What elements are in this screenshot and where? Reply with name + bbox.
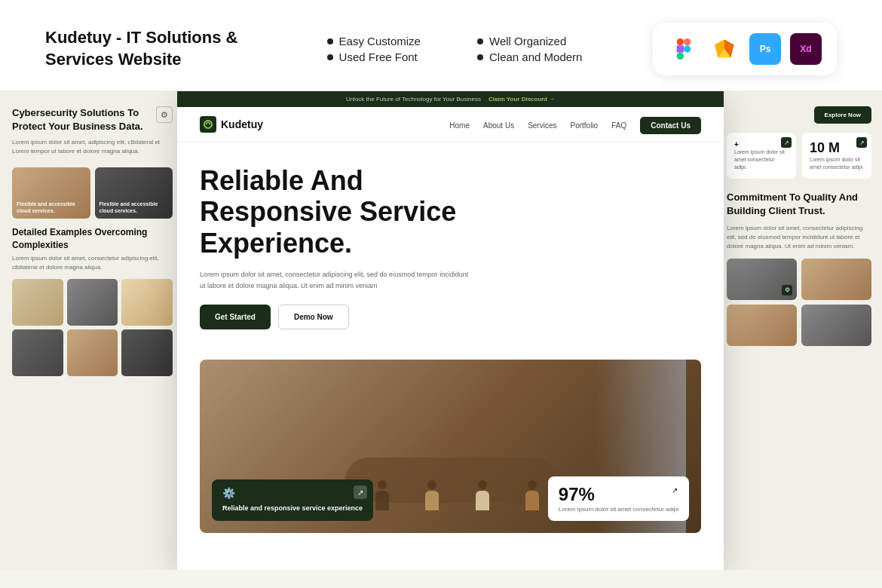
nav-faq[interactable]: FAQ: [611, 118, 626, 131]
commitment-title: Commitment To Quality And Building Clien…: [727, 191, 871, 218]
person-6: [525, 480, 539, 510]
commitment-desc: Lorem ipsum dolor sit amet, consectetur …: [727, 224, 871, 251]
stat-number: 97%: [559, 484, 678, 505]
main-area: ⚙ Cybersecurity Solutions To Protect You…: [0, 91, 882, 570]
nav-home[interactable]: Home: [449, 118, 470, 131]
right-image-2: [801, 259, 871, 300]
hero-title: Reliable And Responsive Service Experien…: [200, 165, 516, 259]
settings-dot-1: ⚙: [782, 285, 792, 296]
svg-point-3: [684, 45, 691, 52]
hero-description: Lorem ipsum dolor sit amet, consectetur …: [200, 269, 471, 291]
hero-image: ⚙️ Reliable and responsive service exper…: [200, 360, 701, 533]
image-label-1: Flexible and accessible cloud services.: [17, 201, 86, 214]
service-desc: Lorem ipsum dolor sit amet, adipiscing e…: [12, 138, 173, 155]
svg-rect-0: [677, 38, 684, 45]
stat-left-arrow[interactable]: ↗: [354, 485, 367, 499]
announcement-text: Unlock the Future of Technology for Your…: [346, 96, 481, 103]
person-4: [425, 480, 439, 510]
announcement-cta[interactable]: Claim Your Discount →: [488, 96, 555, 103]
brand-title: Kudetuy - IT Solutions & Services Websit…: [45, 27, 256, 70]
right-image-3: [727, 305, 797, 346]
gallery-image-3: [121, 279, 173, 326]
commitment-section: Commitment To Quality And Building Clien…: [727, 191, 871, 346]
nav-services[interactable]: Services: [528, 118, 556, 131]
feature-item-3: Used Free Font: [327, 51, 432, 63]
person-5: [476, 480, 489, 510]
gallery-image-5: [67, 329, 118, 376]
mini-stat-1: ↗ + Lorem ipsum dolor sit amet consectet…: [727, 133, 796, 179]
tools-badge: Ps Xd: [653, 23, 837, 75]
bullet-icon: [327, 38, 333, 44]
site-navbar: Kudetuy Home About Us Services Portfolio…: [177, 107, 724, 142]
mini-stat-arrow-2[interactable]: ↗: [856, 137, 867, 148]
service-title: Cybersecurity Solutions To Protect Your …: [12, 106, 173, 133]
gallery-image-1: [12, 279, 63, 326]
right-panel-top: Explore Now ↗ + Lorem ipsum dolor sit am…: [727, 106, 871, 179]
stat-desc: Lorem ipsum dolor sit amet consectetur a…: [559, 505, 678, 513]
bullet-icon: [477, 38, 483, 44]
left-image-grid: Flexible and accessible cloud services. …: [12, 167, 173, 219]
feature-item-2: Well Organized: [477, 35, 582, 47]
gear-icon: ⚙️: [222, 487, 363, 499]
demo-now-button[interactable]: Demo Now: [278, 305, 349, 329]
figma-icon: [668, 33, 700, 65]
settings-icon: ⚙: [156, 106, 173, 123]
right-image-4: [801, 305, 871, 346]
left-panel: ⚙ Cybersecurity Solutions To Protect You…: [0, 91, 185, 570]
nav-portfolio[interactable]: Portfolio: [571, 118, 599, 131]
feature-item-4: Clean and Modern: [477, 51, 582, 63]
stat-right-arrow[interactable]: ↗: [668, 484, 681, 498]
bullet-icon: [327, 54, 333, 60]
explore-now-button[interactable]: Explore Now: [814, 106, 871, 124]
photoshop-icon: Ps: [749, 33, 781, 65]
logo-text: Kudetuy: [221, 118, 263, 130]
hero-stat-card-right: ↗ 97% Lorem ipsum dolor sit amet consect…: [548, 476, 689, 521]
nav-about[interactable]: About Us: [483, 118, 514, 131]
nav-contact-button[interactable]: Contact Us: [640, 118, 701, 131]
bottom-title: Detailed Examples Overcoming Complexitie…: [12, 226, 173, 252]
service-image-2: Flexible and accessible cloud services.: [95, 167, 173, 219]
hero-buttons: Get Started Demo Now: [200, 305, 701, 329]
stat-left-label: Reliable and responsive service experien…: [222, 504, 363, 513]
site-logo: Kudetuy: [200, 116, 263, 133]
mini-stat-arrow-1[interactable]: ↗: [781, 137, 792, 148]
svg-rect-2: [677, 45, 684, 52]
adobe-xd-icon: Xd: [790, 33, 822, 65]
announcement-bar: Unlock the Future of Technology for Your…: [177, 91, 724, 107]
gallery-image-4: [12, 329, 63, 376]
right-panel: Explore Now ↗ + Lorem ipsum dolor sit am…: [716, 91, 882, 570]
right-image-1: ⚙: [727, 259, 797, 300]
gallery-image-6: [121, 329, 173, 376]
mini-stat-desc-2: Lorem ipsum dolor sit amet consectetur a…: [810, 156, 864, 171]
right-image-grid: ⚙: [727, 259, 871, 346]
features-list: Easy Customize Well Organized Used Free …: [327, 35, 583, 63]
mini-stat-2: ↗ 10 M Lorem ipsum dolor sit amet consec…: [802, 133, 871, 179]
svg-rect-4: [677, 53, 684, 60]
logo-icon: [200, 116, 216, 133]
contact-us-button[interactable]: Contact Us: [640, 117, 701, 134]
header: Kudetuy - IT Solutions & Services Websit…: [0, 0, 882, 91]
image-label-2: Flexible and accessible cloud services.: [100, 201, 169, 214]
svg-rect-1: [684, 38, 691, 45]
hero-stat-card-left: ⚙️ Reliable and responsive service exper…: [212, 479, 373, 521]
bullet-icon: [477, 54, 483, 60]
stat-cards-row: ↗ + Lorem ipsum dolor sit amet consectet…: [727, 133, 871, 179]
site-nav: Home About Us Services Portfolio FAQ Con…: [449, 118, 701, 131]
left-panel-service: ⚙ Cybersecurity Solutions To Protect You…: [12, 106, 173, 155]
mini-stat-desc-1: Lorem ipsum dolor sit amet consectetur a…: [734, 149, 789, 170]
get-started-button[interactable]: Get Started: [200, 305, 271, 329]
bottom-desc: Lorem ipsum dolor sit amet, consectetur …: [12, 254, 173, 271]
gallery-image-2: [67, 279, 118, 326]
browser-mockup: Unlock the Future of Technology for Your…: [177, 91, 724, 570]
hero-section: Reliable And Responsive Service Experien…: [177, 142, 724, 360]
feature-item-1: Easy Customize: [327, 35, 432, 47]
sketch-icon: [709, 33, 740, 65]
left-panel-bottom: Detailed Examples Overcoming Complexitie…: [12, 226, 173, 376]
person-3: [375, 480, 389, 510]
service-image-1: Flexible and accessible cloud services.: [12, 167, 90, 219]
